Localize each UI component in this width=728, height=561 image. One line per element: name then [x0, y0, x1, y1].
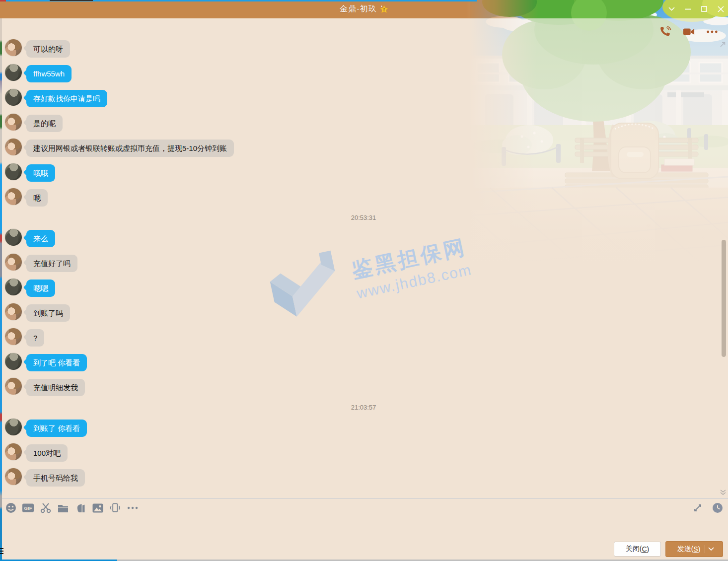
- message-row: 手机号码给我: [5, 469, 728, 487]
- message-row: 可以的呀: [5, 40, 728, 58]
- avatar-male[interactable]: [5, 353, 22, 370]
- gif-icon[interactable]: GIF: [22, 502, 34, 514]
- maximize-button[interactable]: [700, 4, 709, 13]
- input-toolbar: GIF: [0, 498, 728, 517]
- emoji-icon[interactable]: [5, 502, 16, 514]
- video-call-icon[interactable]: [683, 26, 695, 38]
- window-title: 金鼎-初玖: [340, 4, 376, 14]
- image-icon[interactable]: [92, 502, 103, 514]
- message-row: 到了吧 你看看: [5, 354, 728, 371]
- message-bubble-gray: 手机号码给我: [26, 469, 85, 487]
- window-controls: [667, 4, 725, 13]
- message-bubble-gray: 充值好了吗: [26, 255, 77, 272]
- avatar-female[interactable]: [5, 188, 22, 205]
- window-edge-artifact-left: [0, 18, 2, 561]
- expand-input-icon[interactable]: [692, 502, 703, 514]
- message-bubble-gray: 建议用网银或者银联转账或虚拟币充值，提现5-10分钟到账: [26, 140, 234, 157]
- message-row: 哦哦: [5, 164, 728, 182]
- more-options-icon[interactable]: [706, 26, 718, 38]
- message-bubble-blue: 到了吧 你看看: [26, 354, 87, 371]
- avatar-female[interactable]: [5, 328, 22, 345]
- scroll-to-bottom-icon[interactable]: [720, 489, 727, 497]
- avatar-female[interactable]: [5, 468, 22, 485]
- window-shake-icon[interactable]: [109, 502, 121, 514]
- send-options-chevron-icon[interactable]: [708, 547, 714, 551]
- message-bubble-blue: ffhw55wh: [26, 65, 72, 82]
- message-row: 嗯: [5, 189, 728, 207]
- avatar-male[interactable]: [5, 279, 22, 295]
- message-bubble-gray: ?: [26, 329, 44, 347]
- message-row: 存好款找你申请是吗: [5, 90, 728, 107]
- svg-text:GIF: GIF: [24, 505, 32, 511]
- message-bubble-gray: 充值明细发我: [26, 379, 85, 396]
- close-button[interactable]: [716, 4, 725, 13]
- window-edge-artifact-lines: [0, 548, 3, 555]
- avatar-female[interactable]: [5, 254, 22, 271]
- avatar-male[interactable]: [5, 64, 22, 81]
- message-bubble-blue: 到账了 你看看: [26, 420, 87, 437]
- clothing-icon[interactable]: [74, 502, 86, 514]
- footer: 关闭(C) 发送(S): [0, 537, 728, 561]
- message-bubble-gray: 到账了吗: [26, 304, 70, 322]
- svg-text:z: z: [383, 7, 385, 11]
- message-bubble-gray: 100对吧: [26, 444, 68, 462]
- scrollbar-thumb[interactable]: [722, 240, 726, 357]
- avatar-female[interactable]: [5, 114, 22, 131]
- message-row: 充值明细发我: [5, 379, 728, 396]
- screenshot-scissors-icon[interactable]: [40, 502, 51, 514]
- header-actions: [659, 26, 718, 38]
- message-row: 到账了 你看看: [5, 420, 728, 437]
- message-bubble-gray: 嗯: [26, 189, 48, 207]
- window-edge-artifact-top-dark: [50, 0, 93, 1]
- avatar-male[interactable]: [5, 229, 22, 246]
- close-chat-button[interactable]: 关闭(C): [614, 542, 661, 557]
- avatar-female[interactable]: [5, 443, 22, 460]
- avatar-male[interactable]: [5, 163, 22, 180]
- message-row: ffhw55wh: [5, 65, 728, 82]
- message-bubble-gray: 是的呢: [26, 115, 63, 132]
- timestamp: 20:53:31: [5, 214, 722, 221]
- avatar-male[interactable]: [5, 89, 22, 106]
- message-list[interactable]: 可以的呀ffhw55wh存好款找你申请是吗是的呢建议用网银或者银联转账或虚拟币充…: [0, 18, 728, 498]
- message-row: 嗯嗯: [5, 280, 728, 297]
- scroll-corner-arrow-icon[interactable]: [719, 41, 727, 50]
- message-row: 到账了吗: [5, 304, 728, 322]
- message-bubble-blue: 存好款找你申请是吗: [26, 90, 107, 107]
- avatar-female[interactable]: [5, 303, 22, 320]
- avatar-male[interactable]: [5, 419, 22, 435]
- timestamp: 21:03:57: [5, 404, 722, 411]
- send-button[interactable]: 发送(S): [665, 541, 723, 557]
- message-input-area[interactable]: [0, 517, 728, 537]
- window-edge-artifact-top-red: [0, 0, 6, 1]
- message-history-icon[interactable]: [712, 502, 723, 514]
- more-tools-icon[interactable]: [127, 502, 138, 514]
- qq-chat-window: 金鼎-初玖 z: [0, 0, 728, 561]
- message-row: 充值好了吗: [5, 255, 728, 272]
- collapse-chevron-button[interactable]: [667, 4, 676, 13]
- message-row: 来么: [5, 230, 728, 247]
- message-row: 100对吧: [5, 444, 728, 462]
- message-bubble-blue: 来么: [26, 230, 55, 247]
- avatar-female[interactable]: [5, 39, 22, 56]
- voice-call-icon[interactable]: [659, 26, 671, 38]
- send-separator: [705, 545, 705, 553]
- message-row: 是的呢: [5, 115, 728, 132]
- message-row: 建议用网银或者银联转账或虚拟币充值，提现5-10分钟到账: [5, 140, 728, 157]
- file-folder-icon[interactable]: [57, 502, 69, 514]
- titlebar[interactable]: 金鼎-初玖 z: [0, 0, 728, 18]
- message-bubble-blue: 哦哦: [26, 164, 55, 182]
- avatar-female[interactable]: [5, 378, 22, 395]
- message-row: ?: [5, 329, 728, 347]
- star-badge-icon: z: [380, 5, 388, 13]
- message-bubble-gray: 可以的呀: [26, 40, 70, 58]
- avatar-female[interactable]: [5, 139, 22, 155]
- minimize-button[interactable]: [683, 4, 692, 13]
- message-bubble-blue: 嗯嗯: [26, 280, 55, 297]
